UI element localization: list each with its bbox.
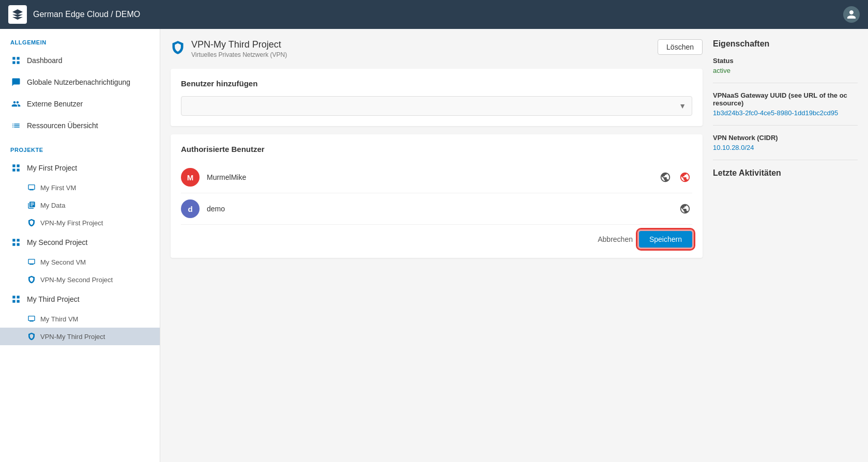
vm-icon-2 <box>27 257 36 267</box>
user-actions-murmel-mike <box>658 170 692 184</box>
dashboard-icon <box>10 55 22 66</box>
delete-icon-murmel-mike[interactable] <box>678 170 692 184</box>
sidebar: ALLGEMEIN Dashboard Globale Nutzerbenach… <box>0 29 160 462</box>
my-third-vm-label: My Third VM <box>40 315 78 323</box>
sidebar-sub-my-third-vm[interactable]: My Third VM <box>0 310 160 328</box>
authorized-users-card: Authorisierte Benutzer M MurmelMike <box>171 134 703 258</box>
sidebar-sub-my-second-vm[interactable]: My Second VM <box>0 253 160 271</box>
allgemein-section-title: ALLGEMEIN <box>0 29 160 50</box>
app-header: German Edge Cloud / DEMO <box>0 0 868 29</box>
avatar-letter-m: M <box>187 173 194 182</box>
avatar-letter-d: d <box>188 205 192 213</box>
status-section: Status active <box>713 57 858 83</box>
project-my-first-project[interactable]: My First Project <box>0 157 160 179</box>
vpn-second-label: VPN-My Second Project <box>40 276 113 284</box>
status-label: Status <box>713 57 858 65</box>
network-cidr-section: VPN Network (CIDR) 10.10.28.0/24 <box>713 134 858 160</box>
add-user-dropdown-wrap: ▼ <box>181 96 692 116</box>
page-header-left: VPN-My Third Project Virtuelles Privates… <box>171 39 287 58</box>
add-user-select[interactable] <box>181 96 692 116</box>
vpn-first-label: VPN-My First Project <box>40 219 103 227</box>
user-row-murmel-mike: M MurmelMike <box>181 162 692 193</box>
my-data-label: My Data <box>40 202 65 209</box>
page-header: VPN-My Third Project Virtuelles Privates… <box>171 39 703 58</box>
externe-benutzer-label: Externe Benutzer <box>27 100 83 108</box>
sidebar-sub-my-data[interactable]: My Data <box>0 196 160 214</box>
vpn-icon-2 <box>27 275 36 284</box>
user-name-demo: demo <box>207 205 678 213</box>
my-second-vm-label: My Second VM <box>40 258 86 266</box>
svg-rect-15 <box>17 300 20 303</box>
loschen-button[interactable]: Löschen <box>658 39 703 55</box>
ressourcen-label: Ressourcen Übersicht <box>27 121 98 130</box>
my-first-vm-label: My First VM <box>40 184 76 192</box>
svg-rect-6 <box>12 169 15 172</box>
svg-rect-4 <box>12 164 15 167</box>
svg-rect-11 <box>17 243 20 246</box>
svg-rect-14 <box>12 300 15 303</box>
project-my-third-project[interactable]: My Third Project <box>0 288 160 310</box>
speichern-button[interactable]: Speichern <box>639 231 692 248</box>
sidebar-item-externe-benutzer[interactable]: Externe Benutzer <box>0 93 160 115</box>
global-notification-label: Globale Nutzerbenachrichtigung <box>27 78 130 86</box>
project-1-name: My First Project <box>27 164 77 172</box>
svg-rect-9 <box>17 239 20 241</box>
authorized-users-title: Authorisierte Benutzer <box>181 145 692 153</box>
user-row-demo: d demo <box>181 193 692 225</box>
center-panel: VPN-My Third Project Virtuelles Privates… <box>171 39 703 452</box>
sidebar-sub-vpn-second[interactable]: VPN-My Second Project <box>0 271 160 288</box>
sidebar-item-ressourcen[interactable]: Ressourcen Übersicht <box>0 115 160 136</box>
svg-rect-0 <box>12 57 15 59</box>
svg-rect-1 <box>17 57 20 59</box>
status-value: active <box>713 67 858 74</box>
add-user-card: Benutzer hinzufügen ▼ <box>171 69 703 126</box>
globe-icon-murmel-mike[interactable] <box>658 170 673 184</box>
ressourcen-icon <box>10 120 22 131</box>
page-header-text: VPN-My Third Project Virtuelles Privates… <box>191 39 287 58</box>
project-my-second-project[interactable]: My Second Project <box>0 232 160 253</box>
gateway-uuid-label: VPNaaS Gateway UUID (see URL of the oc r… <box>713 91 858 107</box>
svg-rect-13 <box>17 296 20 298</box>
logo <box>8 5 27 24</box>
letzte-aktivitaeten-title: Letzte Aktivitäten <box>713 168 858 178</box>
project-grid-icon-2 <box>10 237 22 248</box>
vm-icon-1 <box>27 183 36 192</box>
page-subtitle: Virtuelles Privates Netzwerk (VPN) <box>191 51 287 58</box>
user-avatar-demo: d <box>181 199 200 218</box>
globe-icon-demo[interactable] <box>678 202 692 216</box>
user-avatar-murmel-mike: M <box>181 168 200 187</box>
main-content: VPN-My Third Project Virtuelles Privates… <box>160 29 868 462</box>
project-2-name: My Second Project <box>27 238 88 247</box>
sidebar-item-dashboard[interactable]: Dashboard <box>0 50 160 71</box>
data-icon-1 <box>27 201 36 210</box>
vm-icon-3 <box>27 314 36 324</box>
network-cidr-value: 10.10.28.0/24 <box>713 144 858 151</box>
project-grid-icon-1 <box>10 162 22 174</box>
project-grid-icon-3 <box>10 294 22 305</box>
svg-rect-5 <box>17 164 20 167</box>
user-avatar-icon[interactable] <box>843 6 860 23</box>
sidebar-item-global-notification[interactable]: Globale Nutzerbenachrichtigung <box>0 71 160 93</box>
vpn-third-label: VPN-My Third Project <box>40 333 105 341</box>
right-panel: Eigenschaften Status active VPNaaS Gatew… <box>713 39 858 452</box>
main-layout: ALLGEMEIN Dashboard Globale Nutzerbenach… <box>0 29 868 462</box>
users-icon <box>10 98 22 110</box>
form-footer: Abbrechen Speichern <box>181 225 692 248</box>
sidebar-sub-vpn-first[interactable]: VPN-My First Project <box>0 214 160 232</box>
sidebar-sub-vpn-third[interactable]: VPN-My Third Project <box>0 328 160 345</box>
projekte-section-title: PROJEKTE <box>0 136 160 157</box>
vpn-icon-1 <box>27 218 36 227</box>
vpn-icon-3 <box>27 332 36 341</box>
network-cidr-label: VPN Network (CIDR) <box>713 134 858 142</box>
abbrechen-button[interactable]: Abbrechen <box>598 235 633 243</box>
svg-rect-7 <box>17 169 20 172</box>
project-3-name: My Third Project <box>27 295 80 303</box>
eigenschaften-title: Eigenschaften <box>713 39 858 49</box>
svg-rect-2 <box>12 61 15 64</box>
header-title: German Edge Cloud / DEMO <box>33 10 843 19</box>
svg-rect-10 <box>12 243 15 246</box>
user-actions-demo <box>678 202 692 216</box>
sidebar-sub-my-first-vm[interactable]: My First VM <box>0 179 160 196</box>
gateway-uuid-value: 1b3d24b3-2fc0-4ce5-8980-1dd19bc2cd95 <box>713 109 858 117</box>
svg-rect-3 <box>17 61 20 64</box>
